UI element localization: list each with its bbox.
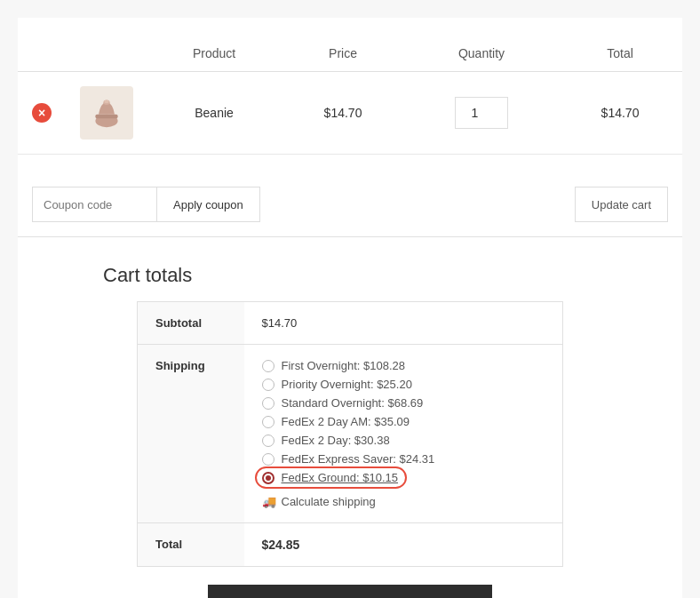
- quantity-cell[interactable]: [405, 72, 558, 155]
- shipping-label: Shipping: [138, 345, 244, 523]
- subtotal-row: Subtotal $14.70: [138, 302, 563, 345]
- shipping-option-3-label: FedEx 2 Day AM: $35.09: [282, 415, 410, 428]
- coupon-input[interactable]: [32, 187, 156, 222]
- shipping-option-3[interactable]: FedEx 2 Day AM: $35.09: [262, 415, 545, 428]
- col-price: Price: [281, 36, 405, 72]
- shipping-option-4[interactable]: FedEx 2 Day: $30.38: [262, 434, 545, 447]
- radio-fedex-ground[interactable]: [262, 472, 274, 484]
- total-row: Total $24.85: [138, 523, 563, 567]
- total-label: Total: [138, 523, 244, 567]
- beanie-icon: [91, 97, 123, 129]
- total-amount: $24.85: [262, 538, 300, 552]
- col-quantity: Quantity: [405, 36, 558, 72]
- product-name-cell: Beanie: [147, 72, 281, 155]
- col-total: Total: [558, 36, 682, 72]
- shipping-option-1-label: Priority Overnight: $25.20: [282, 378, 412, 391]
- page-wrapper: Product Price Quantity Total ×: [18, 18, 682, 598]
- shipping-option-6-wrapper: FedEx Ground: $10.15: [282, 471, 399, 484]
- cart-totals-table: Subtotal $14.70 Shipping First Overnight…: [137, 301, 563, 567]
- radio-fedex-2day-am[interactable]: [262, 416, 274, 428]
- cart-totals-title: Cart totals: [103, 264, 192, 287]
- shipping-option-1[interactable]: Priority Overnight: $25.20: [262, 378, 545, 391]
- truck-icon: 🚚: [262, 495, 276, 508]
- remove-item-button[interactable]: ×: [32, 103, 52, 123]
- product-thumbnail: [80, 86, 133, 140]
- total-value-cell: $24.85: [244, 523, 563, 567]
- product-price-cell: $14.70: [281, 72, 405, 155]
- shipping-row: Shipping First Overnight: $108.28 Priori…: [138, 345, 563, 523]
- shipping-options-cell: First Overnight: $108.28 Priority Overni…: [244, 345, 563, 523]
- shipping-option-4-label: FedEx 2 Day: $30.38: [282, 434, 390, 447]
- coupon-row: Apply coupon Update cart: [18, 172, 682, 237]
- checkout-button[interactable]: Proceed to checkout →: [208, 585, 492, 598]
- radio-priority-overnight[interactable]: [262, 379, 274, 391]
- subtotal-value: $14.70: [244, 302, 563, 345]
- shipping-option-6[interactable]: FedEx Ground: $10.15: [262, 471, 545, 484]
- col-remove: [18, 36, 66, 72]
- coupon-left: Apply coupon: [32, 187, 260, 222]
- cart-totals-section: Cart totals Subtotal $14.70 Shipping Fir…: [18, 264, 682, 598]
- remove-cell[interactable]: ×: [18, 72, 66, 155]
- radio-standard-overnight[interactable]: [262, 397, 274, 410]
- shipping-option-0[interactable]: First Overnight: $108.28: [262, 359, 545, 372]
- quantity-input[interactable]: [455, 97, 508, 129]
- svg-point-3: [104, 100, 108, 104]
- radio-fedex-express[interactable]: [262, 453, 274, 466]
- shipping-option-6-label: FedEx Ground: $10.15: [282, 471, 399, 484]
- shipping-option-0-label: First Overnight: $108.28: [282, 359, 405, 372]
- subtotal-label: Subtotal: [138, 302, 244, 345]
- shipping-option-2[interactable]: Standard Overnight: $68.69: [262, 396, 545, 410]
- col-product: Product: [147, 36, 281, 72]
- shipping-option-5[interactable]: FedEx Express Saver: $24.31: [262, 452, 545, 466]
- product-total-cell: $14.70: [558, 72, 682, 155]
- product-image-cell: [66, 72, 147, 155]
- calculate-shipping-label: Calculate shipping: [282, 495, 376, 508]
- calculate-shipping-link[interactable]: 🚚 Calculate shipping: [262, 495, 545, 508]
- radio-fedex-2day[interactable]: [262, 435, 274, 447]
- apply-coupon-button[interactable]: Apply coupon: [156, 187, 260, 222]
- radio-first-overnight[interactable]: [262, 360, 274, 372]
- shipping-option-2-label: Standard Overnight: $68.69: [282, 396, 424, 410]
- svg-rect-1: [95, 115, 117, 119]
- table-row: × Beanie $14.70: [18, 72, 682, 155]
- update-cart-button[interactable]: Update cart: [575, 187, 668, 222]
- col-image: [66, 36, 147, 72]
- shipping-option-5-label: FedEx Express Saver: $24.31: [282, 452, 435, 466]
- shipping-options-list: First Overnight: $108.28 Priority Overni…: [262, 359, 545, 484]
- checkout-section: Proceed to checkout →: [208, 585, 492, 598]
- cart-table: Product Price Quantity Total ×: [18, 36, 682, 155]
